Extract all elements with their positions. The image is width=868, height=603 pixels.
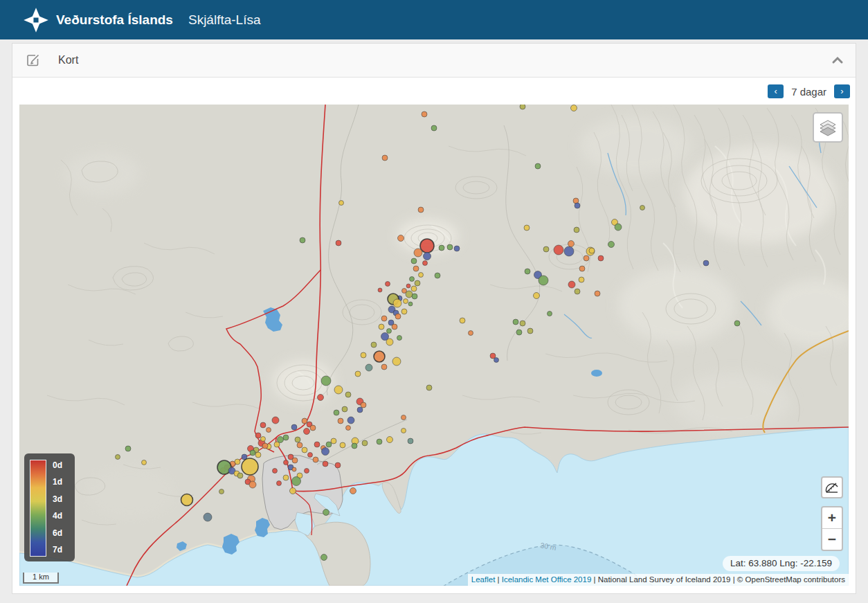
earthquake-marker[interactable] <box>308 453 313 458</box>
earthquake-marker[interactable] <box>292 467 296 471</box>
earthquake-marker[interactable] <box>310 425 316 431</box>
earthquake-marker[interactable] <box>454 246 460 251</box>
earthquake-marker[interactable] <box>439 245 444 251</box>
earthquake-marker[interactable] <box>410 277 415 282</box>
earthquake-marker[interactable] <box>392 324 397 330</box>
earthquake-marker[interactable] <box>336 240 341 246</box>
earthquake-marker[interactable] <box>525 269 530 274</box>
earthquake-marker[interactable] <box>419 273 424 278</box>
earthquake-marker[interactable] <box>543 246 549 252</box>
earthquake-marker[interactable] <box>571 105 577 111</box>
earthquake-marker[interactable] <box>302 418 307 424</box>
earthquake-marker[interactable] <box>734 321 740 326</box>
earthquake-marker[interactable] <box>393 299 401 307</box>
earthquake-marker[interactable] <box>513 319 518 325</box>
earthquake-marker[interactable] <box>342 406 347 412</box>
brand-title[interactable]: Veðurstofa Íslands <box>56 12 173 28</box>
earthquake-marker[interactable] <box>292 477 301 486</box>
earthquake-marker[interactable] <box>415 280 420 286</box>
earthquake-marker[interactable] <box>361 352 366 358</box>
earthquake-marker[interactable] <box>398 235 404 242</box>
earthquake-marker[interactable] <box>411 258 417 264</box>
earthquake-marker[interactable] <box>292 458 298 463</box>
earthquake-marker[interactable] <box>350 488 356 494</box>
earthquake-marker[interactable] <box>346 426 351 431</box>
earthquake-marker[interactable] <box>335 462 341 468</box>
earthquake-marker[interactable] <box>381 316 387 321</box>
earthquake-marker[interactable] <box>584 255 589 261</box>
earthquake-marker[interactable] <box>362 440 368 446</box>
earthquake-marker[interactable] <box>579 266 585 271</box>
earthquake-marker[interactable] <box>387 329 392 334</box>
earthquake-marker[interactable] <box>423 261 428 266</box>
earthquake-marker[interactable] <box>338 418 343 424</box>
met-office-logo-icon[interactable] <box>23 7 49 33</box>
edit-icon[interactable] <box>26 53 40 67</box>
earthquake-marker[interactable] <box>640 206 645 210</box>
earthquake-marker[interactable] <box>615 224 622 231</box>
earthquake-marker[interactable] <box>304 429 310 435</box>
next-day-button[interactable]: › <box>834 84 850 98</box>
earthquake-marker[interactable] <box>401 309 407 314</box>
earthquake-marker[interactable] <box>469 331 473 336</box>
earthquake-marker[interactable] <box>255 452 261 458</box>
earthquake-marker[interactable] <box>297 442 302 448</box>
earthquake-marker[interactable] <box>420 239 434 253</box>
earthquake-marker[interactable] <box>460 318 465 323</box>
earthquake-marker[interactable] <box>322 448 329 456</box>
earthquake-marker[interactable] <box>564 246 574 256</box>
attribution-link[interactable]: Icelandic Met Office 2019 <box>502 575 592 584</box>
earthquake-marker[interactable] <box>401 415 406 420</box>
earthquake-marker[interactable] <box>524 225 530 231</box>
earthquake-marker[interactable] <box>406 291 413 298</box>
zoom-in-button[interactable]: + <box>822 507 842 529</box>
earthquake-marker[interactable] <box>352 443 357 449</box>
earthquake-marker[interactable] <box>142 460 147 465</box>
earthquake-marker[interactable] <box>408 302 413 306</box>
earthquake-marker[interactable] <box>568 281 575 288</box>
earthquake-marker[interactable] <box>378 288 382 292</box>
earthquake-marker[interactable] <box>318 395 324 401</box>
earthquake-marker[interactable] <box>262 443 268 449</box>
earthquake-marker[interactable] <box>535 163 541 169</box>
earthquake-marker[interactable] <box>274 442 280 447</box>
earthquake-marker[interactable] <box>382 155 388 161</box>
earthquake-marker[interactable] <box>321 376 331 386</box>
earthquake-marker[interactable] <box>321 555 327 561</box>
earthquake-marker[interactable] <box>340 442 345 448</box>
earthquake-marker[interactable] <box>574 227 579 233</box>
prev-day-button[interactable]: ‹ <box>768 84 784 98</box>
earthquake-marker[interactable] <box>339 201 344 206</box>
app-title[interactable]: Skjálfta-Lísa <box>188 12 261 28</box>
earthquake-marker[interactable] <box>395 314 401 319</box>
earthquake-marker[interactable] <box>381 364 387 370</box>
earthquake-marker[interactable] <box>261 437 266 442</box>
earthquake-marker[interactable] <box>608 242 615 248</box>
earthquake-marker[interactable] <box>579 277 584 282</box>
earthquake-marker[interactable] <box>355 371 361 377</box>
earthquake-marker[interactable] <box>387 437 393 443</box>
earthquake-marker[interactable] <box>313 457 318 462</box>
earthquake-marker[interactable] <box>404 299 408 304</box>
earthquake-marker[interactable] <box>379 324 384 330</box>
earthquake-marker[interactable] <box>326 442 332 447</box>
zoom-out-button[interactable]: − <box>822 529 842 550</box>
earthquake-marker[interactable] <box>568 241 575 247</box>
earthquake-marker[interactable] <box>242 458 258 475</box>
earthquake-marker[interactable] <box>412 294 417 299</box>
attribution-link[interactable]: Leaflet <box>471 575 496 584</box>
earthquake-marker[interactable] <box>334 410 339 415</box>
earthquake-marker[interactable] <box>331 438 336 444</box>
earthquake-marker[interactable] <box>260 422 266 428</box>
earthquake-marker[interactable] <box>539 276 548 285</box>
earthquake-marker[interactable] <box>494 358 499 363</box>
earthquake-marker[interactable] <box>371 342 377 348</box>
earthquake-marker[interactable] <box>435 273 440 278</box>
earthquake-marker[interactable] <box>357 407 363 413</box>
earthquake-marker[interactable] <box>424 253 431 260</box>
earthquake-marker[interactable] <box>527 328 533 334</box>
earthquake-marker[interactable] <box>520 321 525 326</box>
earthquake-marker[interactable] <box>305 469 309 474</box>
earthquake-marker[interactable] <box>414 249 422 257</box>
earthquake-marker[interactable] <box>418 207 424 213</box>
